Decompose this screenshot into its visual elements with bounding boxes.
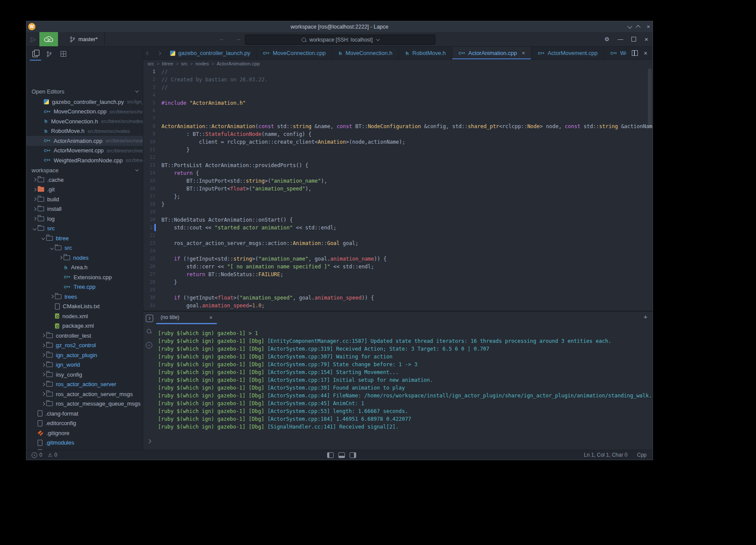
code-line[interactable]: 4 <box>143 91 653 99</box>
code-line[interactable]: 17 }; <box>143 193 653 200</box>
breadcrumb-item[interactable]: src <box>181 61 187 66</box>
code-line[interactable]: 12 <box>143 154 653 161</box>
chevron-right-icon[interactable] <box>147 439 151 444</box>
open-editor-item[interactable]: C++WeightedRandomNode.cppsrc/btree/s <box>26 155 143 165</box>
chevron-up-icon[interactable] <box>636 25 640 29</box>
code-line[interactable]: 15 BT::InputPort<std::string>("animation… <box>143 177 653 185</box>
code-line[interactable]: 1// <box>143 68 653 76</box>
editor-tab[interactable]: C++ActorMovement.cpp <box>531 47 604 59</box>
code-line[interactable]: 18} <box>143 200 653 208</box>
tree-item[interactable]: controller_test <box>26 331 143 341</box>
tab-nav-back-icon[interactable] <box>145 52 151 55</box>
tree-item[interactable]: C++Extensions.cpp <box>26 272 143 282</box>
git-branch-indicator[interactable]: master* <box>64 32 103 46</box>
settings-gear-icon[interactable]: ⚙ <box>605 36 610 42</box>
editor-tab[interactable]: hMoveConnection.h <box>332 47 399 59</box>
tree-item[interactable]: gz_ros2_control <box>26 341 143 351</box>
code-line[interactable]: 16 BT::InputPort<float>("animation_speed… <box>143 185 653 193</box>
editor-tab[interactable]: C++MoveConnection.cpp <box>257 47 332 59</box>
warnings-icon[interactable]: ⚠ <box>48 452 52 458</box>
code-line[interactable]: 13BT::PortsList ActorAnimation::provided… <box>143 161 653 169</box>
tree-item[interactable]: .git <box>26 185 143 195</box>
open-editor-item[interactable]: C++MoveConnection.cppsrc/btree/src/nod <box>26 107 143 117</box>
tree-item[interactable]: .cache <box>26 175 143 185</box>
code-line[interactable]: 11 } <box>143 146 653 154</box>
code-line[interactable]: 27 return BT::NodeStatus::FAILURE; <box>143 271 653 278</box>
tree-item[interactable]: nodes.xml <box>26 311 143 321</box>
tree-item[interactable]: btree <box>26 233 143 243</box>
code-line[interactable]: 20BT::NodeStatus ActorAnimation::onStart… <box>143 216 653 224</box>
tree-item[interactable]: ign_actor_plugin <box>26 350 143 360</box>
tree-item[interactable]: src <box>26 224 143 234</box>
open-editor-item[interactable]: hMoveConnection.hsrc/btree/src/nodes <box>26 116 143 126</box>
minimize-button[interactable]: — <box>618 36 623 42</box>
code-line[interactable]: 19 <box>143 208 653 216</box>
code-line[interactable]: 7 <box>143 115 653 123</box>
tree-item[interactable]: .gitignore <box>26 428 143 438</box>
editor-tab[interactable]: hRobotMove.h <box>399 47 452 59</box>
code-line[interactable]: 8ActorAnimation::ActorAnimation(const st… <box>143 123 653 130</box>
open-editor-item[interactable]: C++ActorMovement.cppsrc/btree/src/node <box>26 146 143 156</box>
tree-item[interactable]: ros_actor_message_queue_msgs <box>26 399 143 409</box>
close-tab-icon[interactable]: × <box>522 50 525 56</box>
chevron-down-icon[interactable] <box>627 23 632 28</box>
code-line[interactable]: 30 if (!getInput<float>("animation_speed… <box>143 294 653 302</box>
tree-item[interactable]: ign_world <box>26 360 143 370</box>
code-line[interactable]: 23 ros_actor_action_server_msgs::action:… <box>143 239 653 247</box>
breadcrumb[interactable]: src>btree>src>nodes>ActorAnimation.cpp <box>143 60 653 68</box>
errors-icon[interactable]: × <box>32 452 37 458</box>
maximize-button[interactable] <box>631 37 636 42</box>
close-button[interactable]: × <box>644 36 648 42</box>
close-window-button[interactable]: × <box>647 24 650 29</box>
tree-item[interactable]: C++Tree.cpp <box>26 282 143 292</box>
tab-nav-forward-icon[interactable] <box>156 52 162 55</box>
code-line[interactable]: 24 <box>143 247 653 255</box>
tree-item[interactable]: ros_actor_action_server <box>26 380 143 390</box>
code-editor[interactable]: 1//2// Created by bastian on 26.03.22.3/… <box>143 68 653 311</box>
workspace-search-input[interactable]: workspace [SSH: localhost] <box>245 35 435 45</box>
code-line[interactable]: 3// <box>143 84 653 91</box>
tree-item[interactable]: ros_actor_action_server_msgs <box>26 389 143 399</box>
tree-item[interactable]: hArea.h <box>26 263 143 273</box>
tree-item[interactable]: .gitmodules <box>26 438 143 448</box>
code-line[interactable]: 6 <box>143 107 653 115</box>
new-terminal-button[interactable]: + <box>643 313 647 320</box>
tree-item[interactable]: log <box>26 214 143 224</box>
tree-item[interactable]: CMakeLists.txt <box>26 302 143 312</box>
code-line[interactable]: 28 } <box>143 278 653 286</box>
close-terminal-tab-icon[interactable]: × <box>209 314 212 321</box>
tree-item[interactable]: .editorconfig <box>26 419 143 429</box>
tree-item[interactable]: .clang-format <box>26 409 143 419</box>
tree-item[interactable]: build <box>26 194 143 204</box>
terminal-tab[interactable]: (no title) × <box>156 312 217 323</box>
terminal-icon[interactable] <box>146 315 153 322</box>
problems-icon[interactable]: × <box>146 342 152 348</box>
code-line[interactable]: 14 return { <box>143 169 653 177</box>
code-line[interactable]: 2// Created by bastian on 26.03.22. <box>143 76 653 84</box>
editor-scrollbar[interactable] <box>648 68 652 128</box>
open-editor-item[interactable]: C++ActorAnimation.cppsrc/btree/src/node <box>26 136 143 146</box>
tree-item[interactable]: src <box>26 243 143 253</box>
nav-back-icon[interactable]: ← <box>219 35 225 42</box>
editor-tab[interactable]: C++ActorAnimation.cpp× <box>452 47 531 59</box>
open-editor-item[interactable]: gazebo_controller_launch.pysrc/ign_wo <box>26 97 143 107</box>
editor-tab[interactable]: gazebo_controller_launch.py <box>164 47 257 59</box>
tree-item[interactable]: nodes <box>26 253 143 263</box>
extensions-icon[interactable] <box>61 51 66 57</box>
source-control-icon[interactable] <box>46 51 52 57</box>
remote-connection-button[interactable] <box>39 32 58 46</box>
code-line[interactable]: 21 std::cout << "started actor animation… <box>143 224 653 232</box>
tree-item[interactable]: trees <box>26 292 143 302</box>
open-editors-header[interactable]: Open Editors <box>26 87 143 96</box>
code-line[interactable]: 22 <box>143 232 653 239</box>
code-line[interactable]: 25 if (!getInput<std::string>("animation… <box>143 255 653 263</box>
tree-item[interactable]: iisy_config <box>26 370 143 380</box>
toggle-bottom-panel-icon[interactable] <box>338 452 345 458</box>
nav-forward-icon[interactable]: → <box>235 35 241 42</box>
code-line[interactable]: 26 std::cerr << "[ no animation name spe… <box>143 263 653 271</box>
code-line[interactable]: 5#include "ActorAnimation.h" <box>143 99 653 107</box>
toggle-right-panel-icon[interactable] <box>350 452 356 458</box>
close-editor-icon[interactable]: × <box>644 50 647 56</box>
toggle-left-panel-icon[interactable] <box>327 452 334 458</box>
breadcrumb-item[interactable]: btree <box>162 61 173 66</box>
